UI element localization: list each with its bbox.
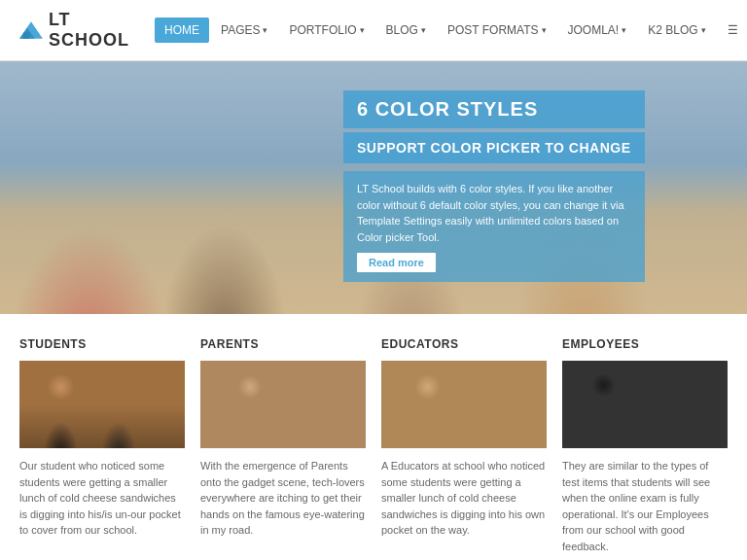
chevron-down-icon: ▾ xyxy=(701,25,706,35)
card-parents-title: PARENTS xyxy=(200,337,366,351)
hero-content: 6 COLOR STYLES SUPPORT COLOR PICKER TO C… xyxy=(343,90,645,282)
svg-rect-2 xyxy=(23,32,29,38)
card-students-title: STUDENTS xyxy=(19,337,185,351)
card-parents-image xyxy=(200,361,366,448)
main-nav: HOME PAGES ▾ PORTFOLIO ▾ BLOG ▾ POST FOR… xyxy=(155,18,747,43)
card-employees-image xyxy=(562,361,728,448)
cards-grid: STUDENTS Our student who noticed some st… xyxy=(19,337,728,560)
hero-title-box: 6 COLOR STYLES xyxy=(343,90,645,128)
chevron-down-icon: ▾ xyxy=(542,25,547,35)
hero-read-more-button[interactable]: Read more xyxy=(357,253,436,272)
card-employees: EMPLOYEES They are similar to the types … xyxy=(562,337,728,560)
hero-title: 6 COLOR STYLES xyxy=(357,98,631,121)
hero-section: 6 COLOR STYLES SUPPORT COLOR PICKER TO C… xyxy=(0,61,747,314)
card-educators-text: A Educators at school who noticed some s… xyxy=(381,458,547,554)
card-students-text: Our student who noticed some students we… xyxy=(19,458,185,554)
parents-photo xyxy=(200,361,366,448)
cards-section: STUDENTS Our student who noticed some st… xyxy=(0,314,747,560)
nav-portfolio[interactable]: PORTFOLIO ▾ xyxy=(279,18,374,43)
card-students: STUDENTS Our student who noticed some st… xyxy=(19,337,185,560)
employees-photo xyxy=(562,361,728,448)
chevron-down-icon: ▾ xyxy=(421,25,426,35)
chevron-down-icon: ▾ xyxy=(360,25,365,35)
nav-k2-blog[interactable]: K2 BLOG ▾ xyxy=(638,18,715,43)
chevron-down-icon: ▾ xyxy=(263,25,267,35)
card-employees-title: EMPLOYEES xyxy=(562,337,728,351)
hamburger-icon: ☰ xyxy=(728,23,738,37)
card-educators-title: EDUCATORS xyxy=(381,337,547,351)
hero-subtitle: SUPPORT COLOR PICKER TO CHANGE xyxy=(357,140,631,156)
nav-home[interactable]: HOME xyxy=(155,18,209,43)
logo-text: LT SCHOOL xyxy=(49,10,135,51)
card-parents-text: With the emergence of Parents onto the g… xyxy=(200,458,366,554)
site-logo[interactable]: LT SCHOOL xyxy=(19,10,135,51)
logo-icon xyxy=(19,19,43,41)
nav-joomla[interactable]: JOOMLA! ▾ xyxy=(558,18,637,43)
educators-photo xyxy=(381,361,547,448)
card-educators: EDUCATORS A Educators at school who noti… xyxy=(381,337,547,560)
card-educators-image xyxy=(381,361,547,448)
nav-hamburger[interactable]: ☰ xyxy=(718,18,747,43)
hero-description-box: LT School builds with 6 color styles. If… xyxy=(343,171,645,282)
students-photo xyxy=(19,361,185,448)
nav-post-formats[interactable]: POST FORMATS ▾ xyxy=(438,18,556,43)
card-employees-text: They are similar to the types of test it… xyxy=(562,458,728,554)
nav-blog[interactable]: BLOG ▾ xyxy=(376,18,436,43)
hero-subtitle-box: SUPPORT COLOR PICKER TO CHANGE xyxy=(343,132,645,163)
card-students-image xyxy=(19,361,185,448)
site-header: LT SCHOOL HOME PAGES ▾ PORTFOLIO ▾ BLOG … xyxy=(0,0,747,61)
hero-description: LT School builds with 6 color styles. If… xyxy=(357,181,631,245)
chevron-down-icon: ▾ xyxy=(622,25,626,35)
card-parents: PARENTS With the emergence of Parents on… xyxy=(200,337,366,560)
nav-pages[interactable]: PAGES ▾ xyxy=(211,18,277,43)
